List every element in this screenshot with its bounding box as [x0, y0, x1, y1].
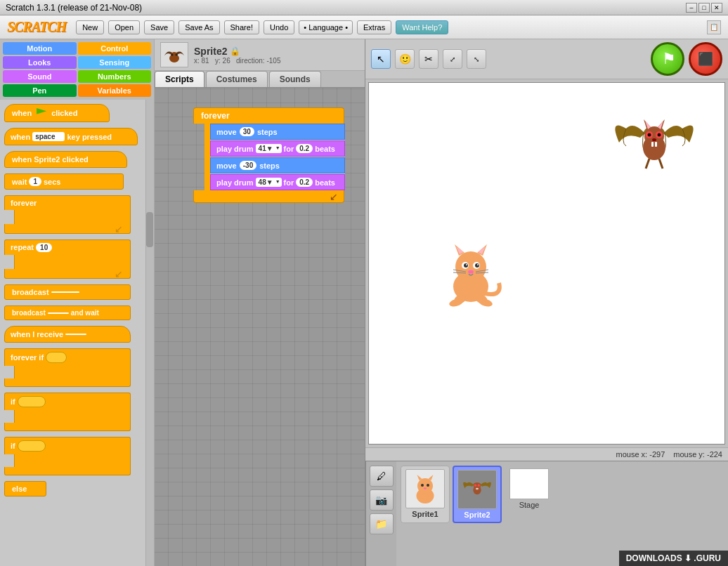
new-sprite-photo-button[interactable]: 📷	[370, 489, 394, 511]
tabs: Scripts Costumes Sounds	[155, 71, 365, 88]
share-button[interactable]: Share!	[224, 20, 259, 34]
new-sprite-paint-button[interactable]: 🖊	[370, 466, 394, 487]
new-sprite-folder-button[interactable]: 📁	[370, 513, 394, 534]
notes-icon[interactable]: 📋	[707, 20, 721, 34]
category-sensing[interactable]: Sensing	[78, 56, 152, 69]
scripts-canvas[interactable]: forever move 30 steps	[155, 88, 365, 566]
language-button[interactable]: • Language •	[299, 20, 353, 34]
tab-scripts[interactable]: Scripts	[155, 71, 204, 87]
tab-sounds[interactable]: Sounds	[269, 71, 321, 87]
middle-panel: Sprite2 🔒 x: 81 y: 26 direction: -105 Sc…	[155, 39, 365, 566]
sprite2-label: Sprite2	[464, 511, 490, 519]
cat-sprite	[439, 237, 502, 308]
stage-item[interactable]: Stage	[505, 466, 554, 523]
stop-button[interactable]: ⬛	[689, 42, 722, 76]
svg-point-50	[478, 485, 481, 487]
category-variables[interactable]: Variables	[78, 84, 152, 97]
sprite-thumbnail	[160, 42, 188, 67]
left-panel: Motion Control Looks Sensing Sound Numbe…	[0, 39, 155, 566]
move-block-1[interactable]: move 30 steps	[210, 124, 345, 140]
category-motion[interactable]: Motion	[3, 42, 77, 55]
block-if2[interactable]: if	[4, 437, 141, 475]
category-numbers[interactable]: Numbers	[78, 70, 152, 83]
stage-thumbnail	[509, 468, 549, 499]
script-stack: forever move 30 steps	[193, 107, 345, 203]
svg-point-15	[477, 264, 479, 265]
extras-button[interactable]: Extras	[357, 20, 391, 34]
svg-point-5	[455, 251, 486, 282]
watermark: DOWNLOADS ⬇ .GURU	[619, 551, 728, 566]
category-control[interactable]: Control	[78, 42, 152, 55]
stage[interactable]	[368, 82, 725, 445]
undo-button[interactable]: Undo	[264, 20, 294, 34]
new-button[interactable]: New	[76, 20, 104, 34]
category-sound[interactable]: Sound	[3, 70, 77, 83]
move-block-2[interactable]: move -30 steps	[210, 157, 345, 173]
forever-block-bottom[interactable]: ↙	[193, 190, 344, 203]
block-else[interactable]: else	[4, 481, 141, 496]
block-when-sprite-clicked[interactable]: when Sprite2 clicked	[4, 151, 141, 168]
block-forever-if[interactable]: forever if	[4, 348, 141, 387]
sprite1-label: Sprite1	[412, 510, 438, 518]
save-as-button[interactable]: Save As	[178, 20, 219, 34]
block-repeat[interactable]: repeat 10 ↙	[4, 239, 141, 279]
svg-rect-37	[655, 142, 657, 147]
svg-rect-36	[651, 142, 654, 147]
categories-panel: Motion Control Looks Sensing Sound Numbe…	[0, 39, 154, 100]
help-button[interactable]: Want Help?	[396, 20, 448, 34]
svg-point-35	[652, 138, 656, 141]
scissors-tool[interactable]: ✂	[419, 49, 438, 69]
svg-point-12	[464, 263, 468, 268]
drum-block-1[interactable]: play drum 41▼ for 0.2 beats	[210, 140, 345, 157]
block-when-clicked[interactable]: when clicked	[4, 104, 141, 122]
sprite-item-sprite1[interactable]: Sprite1	[401, 466, 450, 523]
svg-point-34	[658, 133, 661, 137]
titlebar: Scratch 1.3.1 (release of 21-Nov-08) – □…	[0, 0, 728, 15]
sprite-name: Sprite2	[194, 46, 227, 57]
close-button[interactable]: ✕	[711, 3, 722, 13]
script-inner: move 30 steps play drum 41▼ for 0.2 beat…	[204, 124, 345, 190]
sprite2-image	[457, 470, 497, 509]
svg-point-41	[417, 478, 433, 494]
block-if[interactable]: if	[4, 393, 141, 431]
lock-icon: 🔒	[230, 46, 240, 56]
window-title: Scratch 1.3.1 (release of 21-Nov-08)	[6, 3, 142, 13]
block-when-receive[interactable]: when I receive	[4, 326, 141, 343]
block-broadcast[interactable]: broadcast	[4, 284, 141, 300]
stage-status: mouse x: -297 mouse y: -224	[365, 447, 728, 461]
svg-point-2	[171, 54, 174, 56]
scripts-area: forever move 30 steps	[155, 88, 365, 566]
category-looks[interactable]: Looks	[3, 56, 77, 69]
stamp-tool[interactable]: 🙂	[395, 49, 415, 69]
go-button[interactable]: ⚑	[651, 42, 684, 76]
mouse-y-label: mouse y: -224	[673, 450, 722, 459]
maximize-button[interactable]: □	[698, 3, 710, 13]
block-broadcast-wait[interactable]: broadcast and wait	[4, 305, 141, 320]
window-controls: – □ ✕	[686, 3, 722, 13]
svg-rect-52	[477, 488, 478, 490]
block-wait[interactable]: wait 1 secs	[4, 173, 141, 190]
grow-tool[interactable]: ⤢	[443, 49, 462, 69]
block-forever[interactable]: forever ↙	[4, 195, 141, 234]
open-button[interactable]: Open	[108, 20, 140, 34]
svg-point-44	[421, 484, 424, 487]
sprite-item-sprite2[interactable]: Sprite2	[453, 466, 502, 523]
cursor-tool[interactable]: ↖	[371, 49, 391, 69]
minimize-button[interactable]: –	[686, 3, 697, 13]
bat-sprite	[605, 104, 703, 188]
save-button[interactable]: Save	[144, 20, 174, 34]
svg-point-33	[648, 133, 651, 137]
tab-costumes[interactable]: Costumes	[206, 71, 268, 87]
svg-point-49	[474, 485, 477, 487]
drum-block-2[interactable]: play drum 48▼ for 0.2 beats	[210, 174, 345, 190]
sprite-header: Sprite2 🔒 x: 81 y: 26 direction: -105	[155, 39, 365, 71]
block-when-key[interactable]: when space key pressed	[4, 128, 141, 145]
category-pen[interactable]: Pen	[3, 84, 77, 97]
shrink-tool[interactable]: ⤡	[467, 49, 486, 69]
blocks-palette: when clicked when space key pressed when…	[0, 100, 145, 566]
svg-point-16	[468, 270, 474, 274]
main-layout: Motion Control Looks Sensing Sound Numbe…	[0, 39, 728, 566]
left-scrollbar[interactable]	[145, 100, 154, 566]
menubar: SCRATCH New Open Save Save As Share! Und…	[0, 15, 728, 39]
forever-block-top[interactable]: forever	[193, 107, 344, 124]
